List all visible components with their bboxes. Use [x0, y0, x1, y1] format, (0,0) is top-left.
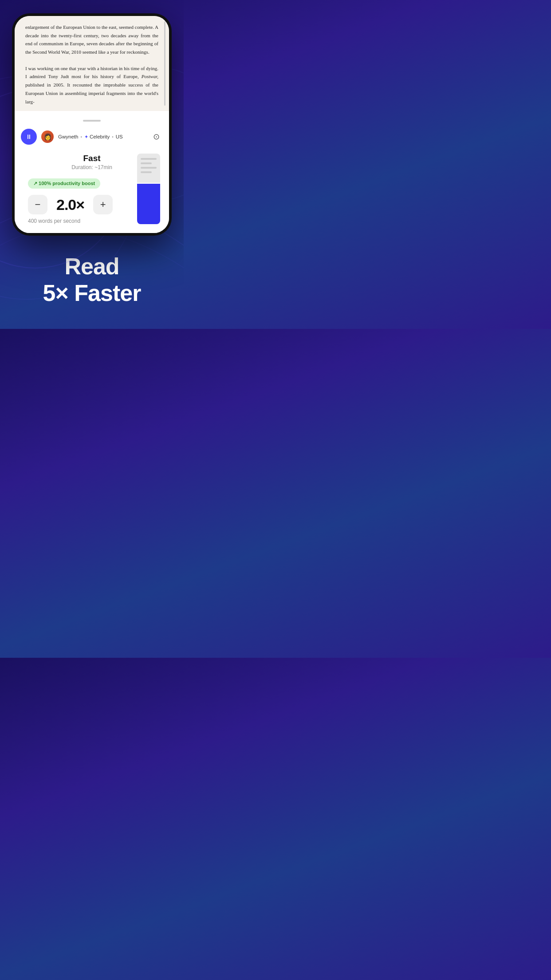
- separator-1: •: [80, 134, 82, 139]
- slider-upper-track: [137, 154, 160, 183]
- sparkle-icon: ✦: [84, 134, 88, 140]
- airplay-icon: ⊙: [153, 132, 160, 142]
- celebrity-badge: ✦ Celebrity: [84, 134, 110, 140]
- speed-control-panel: Fast Duration: ~17min ↗ 100% productivit…: [15, 149, 169, 233]
- book-content-area: enlargement of the European Union to the…: [15, 16, 169, 111]
- phone-screen: enlargement of the European Union to the…: [15, 16, 169, 233]
- tagline-line-1: Read: [64, 253, 119, 279]
- playback-bar: ⏸ 👩 Gwyneth • ✦ Celebrity • US ⊙: [15, 126, 169, 149]
- increase-speed-button[interactable]: +: [93, 195, 113, 214]
- productivity-badge: ↗ 100% productivity boost: [28, 178, 100, 189]
- celebrity-label: Celebrity: [90, 134, 110, 139]
- pause-icon: ⏸: [26, 133, 32, 140]
- book-scrollbar: [164, 21, 165, 106]
- tagline-section: Read 5× Faster: [0, 236, 184, 329]
- voice-avatar-emoji: 👩: [44, 133, 51, 140]
- region-label: US: [116, 134, 123, 139]
- speed-duration-label: Duration: ~17min: [71, 164, 112, 170]
- book-paragraph-1: enlargement of the European Union to the…: [25, 23, 158, 56]
- playback-info: Gwyneth • ✦ Celebrity • US: [58, 134, 145, 140]
- play-pause-button[interactable]: ⏸: [21, 129, 37, 145]
- separator-2: •: [112, 134, 114, 139]
- productivity-text: ↗ 100% productivity boost: [33, 181, 95, 186]
- slider-line-1: [141, 158, 157, 160]
- slider-line-3: [141, 167, 157, 169]
- speed-adjuster: − 2.0× +: [28, 195, 113, 214]
- slider-lower-track: [137, 184, 160, 224]
- slider-line-2: [141, 162, 152, 164]
- phone-frame: enlargement of the European Union to the…: [12, 13, 172, 236]
- speed-slider[interactable]: [137, 154, 160, 224]
- book-paragraph-2: I was working on one that year with a hi…: [25, 64, 158, 106]
- tagline-text: Read 5× Faster: [13, 253, 170, 307]
- decrease-speed-button[interactable]: −: [28, 195, 47, 214]
- drag-handle-bar: [83, 120, 101, 122]
- drag-handle[interactable]: [15, 111, 169, 126]
- voice-name: Gwyneth: [58, 134, 78, 139]
- words-per-second-label: 400 words per second: [28, 218, 80, 224]
- speed-value-display: 2.0×: [56, 196, 84, 213]
- slider-line-4: [141, 171, 152, 173]
- tagline-line-2: 5× Faster: [43, 280, 141, 306]
- airplay-button[interactable]: ⊙: [150, 130, 163, 143]
- speed-name-label: Fast: [83, 154, 100, 163]
- voice-avatar: 👩: [41, 130, 54, 143]
